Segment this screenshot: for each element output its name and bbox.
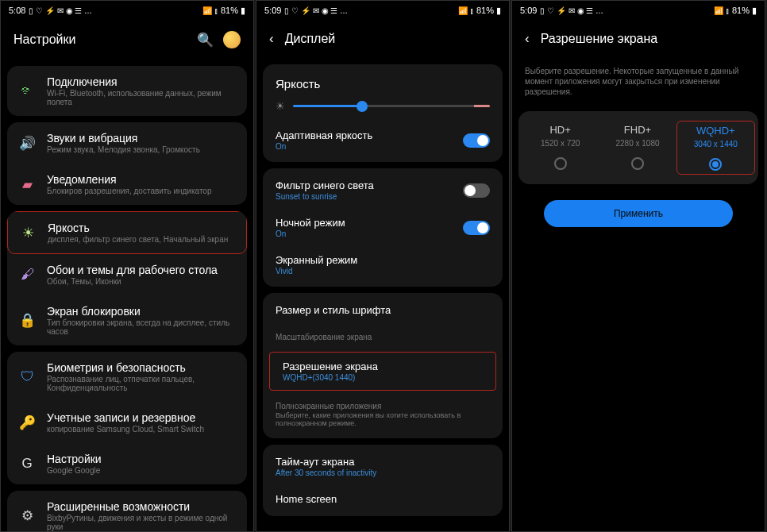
battery-icon: ▮ [496, 6, 501, 16]
radio-hd[interactable] [554, 157, 567, 170]
res-dim: 1520 x 720 [523, 139, 597, 148]
res-dim: 2280 x 1080 [600, 139, 674, 148]
battery-icon: ▮ [241, 6, 245, 16]
settings-screen: 5:08 ▯ ♡ ⚡ ✉ ◉ ☰ … 📶 ⫿ 81% ▮ Настройки 🔍… [0, 0, 254, 532]
search-icon[interactable]: 🔍 [197, 32, 214, 48]
item-sub: Тип блокировки экрана, всегда на дисплее… [47, 318, 236, 336]
item-title: Расширенные возможности [47, 500, 236, 513]
signal-icon: 📶 ⫿ [202, 6, 218, 15]
shield-icon: 🛡 [18, 368, 36, 386]
item-advanced[interactable]: ⚙ Расширенные возможности BixbyРутины, д… [7, 491, 247, 532]
avatar[interactable] [223, 31, 241, 48]
status-bar: 5:09 ▯ ♡ ⚡ ✉ ◉ ☰ … 📶 ⫿ 81% ▮ [512, 1, 765, 20]
row-bluelight[interactable]: Фильтр синего света Sunset to sunrise [263, 172, 503, 209]
row-sub: WQHD+(3040 1440) [283, 373, 483, 382]
sound-icon: 🔊 [18, 134, 36, 152]
item-title: Уведомления [47, 173, 236, 186]
lock-icon: 🔒 [18, 312, 36, 330]
row-night[interactable]: Ночной режим On [263, 209, 503, 246]
row-title: Разрешение экрана [283, 360, 483, 372]
res-dim: 3040 x 1440 [679, 140, 753, 148]
page-title: Разрешение экрана [541, 32, 752, 46]
resolution-options: HD+ 1520 x 720 FHD+ 2280 x 1080 WQHD+ 30… [518, 111, 758, 184]
back-icon[interactable]: ‹ [525, 31, 530, 47]
item-sub: BixbyРутины, движения и жесты в режиме о… [47, 514, 236, 531]
toggle-bluelight[interactable] [463, 183, 490, 198]
row-resolution[interactable]: Разрешение экрана WQHD+(3040 1440) [269, 352, 496, 391]
item-sound[interactable]: 🔊 Звуки и вибрация Режим звука, Мелодия … [7, 122, 247, 164]
item-title: Подключения [47, 75, 236, 88]
radio-fhd[interactable] [631, 157, 644, 170]
option-wqhd[interactable]: WQHD+ 3040 x 1440 [676, 121, 755, 175]
option-fhd[interactable]: FHD+ 2280 x 1080 [599, 121, 676, 175]
header: ‹ Разрешение экрана [512, 20, 765, 58]
item-connections[interactable]: ᯤ Подключения Wi-Fi, Bluetooth, использо… [7, 66, 247, 116]
res-name: FHD+ [600, 124, 674, 136]
item-sub: Режим звука, Мелодия звонка, Громкость [47, 145, 236, 154]
item-google[interactable]: G Настройки Google Google [7, 443, 247, 484]
google-icon: G [18, 455, 36, 472]
item-themes[interactable]: 🖌 Обои и темы для рабочего стола Обои, Т… [7, 254, 247, 295]
option-hd[interactable]: HD+ 1520 x 720 [522, 121, 599, 175]
toggle-adaptive[interactable] [463, 133, 490, 148]
hint-text: Выберите разрешение. Некоторые запущенны… [512, 58, 765, 105]
item-title: Обои и темы для рабочего стола [47, 264, 236, 276]
row-sub: Выберите, какие приложения вы хотите исп… [276, 411, 490, 427]
item-title: Настройки [47, 453, 236, 465]
battery: 81% [221, 6, 238, 15]
item-sub: копирование Samsung Cloud, Smart Switch [47, 425, 236, 434]
key-icon: 🔑 [18, 414, 36, 431]
row-fontsize[interactable]: Размер и стиль шрифта [263, 296, 503, 324]
item-sub: Google Google [47, 466, 236, 475]
back-icon[interactable]: ‹ [269, 31, 274, 47]
brightness-slider[interactable] [293, 105, 490, 107]
item-title: Звуки и вибрация [47, 132, 236, 145]
row-home[interactable]: Home screen [263, 485, 503, 513]
radio-wqhd[interactable] [709, 158, 722, 171]
toggle-night[interactable] [463, 221, 490, 235]
row-adaptive[interactable]: Адаптивная яркость On [263, 121, 503, 159]
page-title: Дисплей [285, 32, 496, 46]
status-icons: ▯ ♡ ⚡ ✉ ◉ ☰ … [29, 6, 92, 15]
display-panel-3: Размер и стиль шрифта Масштабирование эк… [263, 293, 503, 438]
row-sub: Sunset to sunrise [276, 192, 463, 201]
row-title: Экранный режим [276, 254, 490, 266]
item-notifications[interactable]: ▰ Уведомления Блокиров разрешения, доста… [7, 164, 247, 205]
row-fullscreen[interactable]: Полноэкранные приложения Выберите, какие… [263, 393, 503, 435]
page-title: Настройки [13, 33, 197, 47]
header: ‹ Дисплей [256, 20, 509, 58]
item-sub: Wi-Fi, Bluetooth, использование данных, … [47, 89, 236, 106]
display-panel-4: Тайм-аут экрана After 30 seconds of inac… [263, 445, 503, 516]
row-sub: On [276, 142, 463, 151]
row-title: Тайм-аут экрана [276, 456, 490, 468]
slider-knob[interactable] [357, 101, 368, 112]
battery: 81% [476, 6, 494, 15]
clock: 5:08 [9, 6, 25, 15]
row-sub: Vivid [276, 267, 490, 276]
row-sub: After 30 seconds of inactivity [276, 468, 490, 477]
item-title: Учетные записи и резервное [47, 411, 236, 424]
item-brightness[interactable]: ☀ Яркость дисплея, фильтр синего света, … [7, 211, 247, 254]
item-lockscreen[interactable]: 🔒 Экран блокировки Тип блокировки экрана… [7, 295, 247, 345]
brightness-label: Яркость [263, 67, 503, 95]
row-title: Home screen [276, 493, 490, 505]
item-accounts[interactable]: 🔑 Учетные записи и резервное копирование… [7, 402, 247, 443]
advanced-icon: ⚙ [18, 507, 36, 525]
brightness-panel: Яркость ☀ Адаптивная яркость On [263, 64, 503, 162]
status-bar: 5:09 ▯ ♡ ⚡ ✉ ◉ ☰ … 📶 ⫿ 81% ▮ [256, 1, 509, 20]
row-title: Размер и стиль шрифта [276, 304, 490, 316]
item-sub: Распознавание лиц, отпечатки пальцев, Ко… [47, 375, 236, 392]
group-sound: 🔊 Звуки и вибрация Режим звука, Мелодия … [7, 122, 247, 205]
item-title: Экран блокировки [47, 305, 236, 318]
row-title: Ночной режим [276, 217, 463, 229]
item-biometrics[interactable]: 🛡 Биометрия и безопасность Распознавание… [7, 352, 247, 402]
item-title: Биометрия и безопасность [47, 361, 236, 374]
apply-button[interactable]: Применить [544, 200, 733, 227]
res-name: HD+ [523, 124, 597, 136]
row-scaling[interactable]: Масштабирование экрана [263, 324, 503, 349]
row-timeout[interactable]: Тайм-аут экрана After 30 seconds of inac… [263, 448, 503, 485]
row-title: Масштабирование экрана [276, 333, 490, 341]
display-panel-2: Фильтр синего света Sunset to sunrise Но… [263, 168, 503, 287]
row-screenmode[interactable]: Экранный режим Vivid [263, 246, 503, 283]
clock: 5:09 [264, 6, 281, 15]
